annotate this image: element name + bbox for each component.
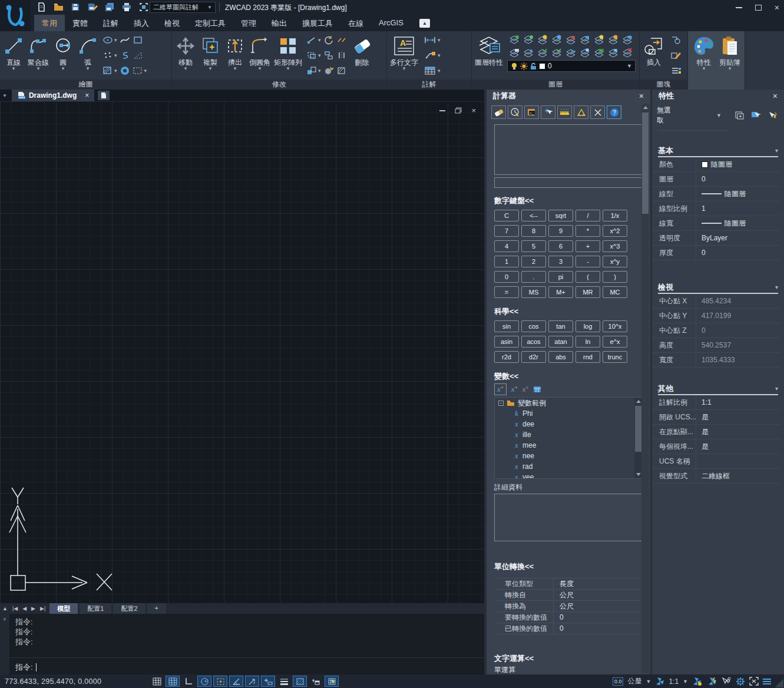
align-button[interactable]	[323, 51, 334, 60]
prev-layout-button[interactable]: ◀	[20, 606, 29, 611]
rect-array-button[interactable]: 矩形陣列 ▾	[272, 32, 304, 79]
polyline-button[interactable]: 聚合線 ▾	[26, 32, 51, 79]
calc-button[interactable]: atan	[548, 336, 573, 348]
hatch-button[interactable]: ▾	[102, 66, 117, 75]
units-row[interactable]: 轉換為公尺	[497, 601, 640, 612]
edit-variable-button[interactable]: x+	[511, 385, 518, 394]
document-tab[interactable]: DWG Drawing1.dwg ×	[12, 90, 94, 101]
scale-button[interactable]: ▾	[306, 66, 321, 75]
calc-button[interactable]: MC	[603, 286, 627, 298]
layer-freeze-icon[interactable]	[551, 35, 563, 44]
resize-grip[interactable]	[775, 679, 783, 687]
explode-button[interactable]	[323, 66, 334, 75]
last-layout-button[interactable]: ▶|	[38, 606, 48, 611]
variables-folder-row[interactable]: − 變數範例	[495, 398, 642, 408]
chevron-down-icon[interactable]: ▼	[646, 679, 651, 684]
mdi-restore-button[interactable]	[455, 107, 462, 114]
selection-filter-icon[interactable]	[722, 677, 732, 686]
calc-button[interactable]: C	[494, 210, 519, 221]
print-button[interactable]	[120, 1, 134, 13]
object-snap-tracking-icon[interactable]	[245, 676, 259, 687]
offset-button[interactable]: ▾	[306, 51, 321, 60]
calc-button[interactable]: 5	[521, 240, 546, 252]
copy-button[interactable]: 複製 ▾	[198, 32, 223, 79]
calc-button[interactable]: 9	[548, 225, 573, 237]
workspace-select[interactable]: 二維草圖與註解 ▼	[150, 2, 216, 13]
ribbon-tab-home[interactable]: 常用	[34, 15, 65, 31]
close-tab-icon[interactable]: ×	[85, 91, 89, 100]
ribbon-tab[interactable]: 檢視	[157, 15, 187, 31]
donut-button[interactable]	[120, 66, 130, 75]
zwcad-logo[interactable]	[0, 0, 31, 31]
ribbon-tab[interactable]: 在線	[340, 15, 371, 31]
selection-filter-value[interactable]: 無選取	[657, 105, 676, 125]
calc-button[interactable]: MS	[521, 286, 546, 298]
calc-button[interactable]: 4	[494, 240, 519, 252]
details-box[interactable]	[494, 494, 643, 541]
layer-restore-icon[interactable]	[593, 48, 605, 57]
layer-merge-icon[interactable]	[579, 48, 591, 57]
helix-button[interactable]	[120, 51, 130, 60]
calc-button[interactable]: *	[575, 225, 600, 237]
calc-button[interactable]: 8	[521, 225, 546, 237]
layer-light-icon[interactable]	[593, 35, 605, 44]
trim-button[interactable]: ▾	[306, 35, 321, 45]
variable-row[interactable]: xrad	[495, 461, 642, 472]
layer-bulb-icon[interactable]	[537, 35, 548, 44]
ribbon-tab[interactable]: 管理	[233, 15, 264, 31]
calc-measure-distance-icon[interactable]	[557, 105, 572, 119]
rectangle-button[interactable]	[133, 35, 147, 45]
scroll-up-icon[interactable]	[641, 104, 649, 111]
move-button[interactable]: 移動 ▾	[173, 32, 198, 79]
calc-clear-all-icon[interactable]	[590, 105, 605, 119]
layer-copy-to-icon[interactable]	[537, 48, 548, 57]
numpad-section-header[interactable]: 數字鍵盤<<	[487, 188, 650, 209]
scrollbar-thumb[interactable]	[635, 406, 641, 452]
command-input[interactable]: 指令:	[15, 662, 37, 673]
layer-current-icon[interactable]	[522, 48, 534, 57]
quick-select-button[interactable]	[766, 110, 779, 122]
mdi-close-button[interactable]: ×	[471, 106, 476, 115]
snap-mode-icon[interactable]	[166, 676, 180, 687]
ribbon-tab[interactable]: 擴展工具	[295, 15, 340, 31]
layer-lock-icon[interactable]	[565, 35, 577, 44]
ortho-mode-icon[interactable]	[181, 676, 196, 687]
insert-block-button[interactable]: 插入	[641, 32, 667, 79]
calc-button[interactable]: r2d	[494, 351, 519, 363]
calc-clear-icon[interactable]	[491, 105, 506, 119]
variable-row[interactable]: xmee	[495, 440, 642, 451]
wipeout-button[interactable]: ▾	[133, 66, 147, 75]
new-variable-button[interactable]: x+	[494, 383, 507, 395]
layer-off-icon[interactable]	[522, 35, 534, 44]
close-button[interactable]: ×	[775, 4, 779, 12]
annotation-scale-icon[interactable]	[655, 677, 664, 686]
calc-button[interactable]: cos	[521, 320, 546, 332]
variable-row[interactable]: xnee	[495, 451, 642, 461]
new-document-button[interactable]	[98, 91, 110, 100]
ribbon-tab[interactable]: 輸出	[264, 15, 295, 31]
delete-variable-button[interactable]: xx	[522, 385, 528, 394]
annotation-visibility-icon[interactable]	[692, 677, 703, 686]
calc-button[interactable]: 6	[548, 240, 573, 252]
calc-button[interactable]: log	[575, 320, 600, 332]
ribbon-collapse-button[interactable]: ▲	[419, 19, 430, 28]
object-snap-icon[interactable]	[213, 676, 227, 687]
doc-list-dropdown-icon[interactable]: ▼	[2, 93, 7, 98]
fullscreen-icon[interactable]	[749, 677, 759, 686]
layer-on-icon[interactable]	[508, 35, 520, 44]
plot-preview-button[interactable]	[137, 1, 151, 13]
calc-button[interactable]: <--	[521, 210, 546, 221]
chevron-down-icon[interactable]: ▼	[716, 113, 722, 118]
scrollbar-thumb[interactable]	[642, 113, 649, 214]
open-file-button[interactable]	[51, 1, 65, 13]
auto-annotation-icon[interactable]	[707, 677, 717, 686]
attribute-manager-button[interactable]	[670, 66, 682, 75]
calc-button[interactable]: x^y	[603, 256, 627, 267]
calc-button[interactable]: pi	[548, 271, 573, 283]
close-properties-icon[interactable]: ×	[773, 91, 778, 101]
calc-button[interactable]: /	[575, 210, 600, 221]
spline-button[interactable]	[120, 35, 130, 45]
calc-button[interactable]: x^3	[603, 240, 627, 252]
angle-snap-icon[interactable]	[229, 676, 243, 687]
calc-button[interactable]: d2r	[521, 351, 546, 363]
